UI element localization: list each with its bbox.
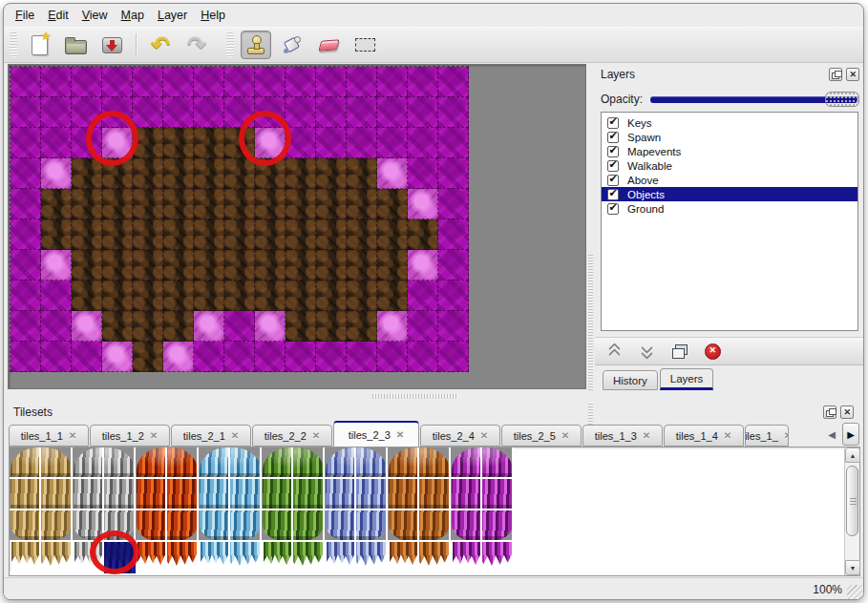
scroll-tabs-left-button[interactable]: ◀: [823, 423, 840, 446]
map-tile[interactable]: [438, 342, 469, 372]
menu-item-file[interactable]: File: [15, 9, 34, 22]
map-tile[interactable]: [102, 219, 133, 250]
tileset-tab[interactable]: tiles_1_2: [90, 425, 170, 447]
map-tile[interactable]: [377, 250, 408, 281]
map-tile[interactable]: [133, 158, 163, 189]
map-tile[interactable]: [438, 311, 469, 342]
tileset-group-rust[interactable]: [388, 447, 451, 573]
map-tile[interactable]: [408, 219, 438, 250]
dock-tab-history[interactable]: History: [603, 370, 658, 390]
map-tile[interactable]: [11, 342, 41, 372]
map-tile[interactable]: [255, 67, 286, 97]
dock-tab-layers[interactable]: Layers: [660, 368, 714, 390]
map-tile[interactable]: [224, 97, 255, 128]
close-tab-icon[interactable]: [312, 430, 320, 441]
map-tile[interactable]: [377, 67, 408, 97]
map-tile[interactable]: [133, 250, 163, 281]
map-tile[interactable]: [102, 97, 133, 128]
map-tile[interactable]: [347, 250, 377, 281]
map-tile[interactable]: [102, 128, 133, 158]
layer-row[interactable]: Objects: [602, 187, 857, 201]
layer-visibility-checkbox[interactable]: [607, 189, 619, 200]
map-tile[interactable]: [255, 97, 286, 128]
map-tile[interactable]: [72, 128, 102, 158]
map-tile[interactable]: [11, 158, 41, 189]
map-tile[interactable]: [41, 250, 72, 281]
map-tile[interactable]: [133, 342, 163, 372]
selected-tile[interactable]: [104, 542, 136, 573]
map-tile[interactable]: [102, 250, 133, 281]
map-viewport[interactable]: [8, 64, 586, 389]
map-tile[interactable]: [224, 158, 255, 189]
map-tile[interactable]: [438, 67, 469, 97]
layer-visibility-checkbox[interactable]: [607, 203, 619, 215]
menu-item-view[interactable]: View: [82, 9, 108, 22]
map-tile[interactable]: [408, 342, 438, 372]
map-tile[interactable]: [255, 342, 286, 372]
map-tile[interactable]: [377, 189, 408, 219]
vertical-splitter[interactable]: [587, 64, 595, 389]
map-tile[interactable]: [408, 189, 438, 219]
map-tile[interactable]: [408, 97, 438, 128]
close-tab-icon[interactable]: [643, 430, 650, 441]
map-tile[interactable]: [194, 158, 224, 189]
map-tile[interactable]: [194, 97, 224, 128]
tileset-tab[interactable]: tiles_1_: [745, 425, 789, 447]
map-tile[interactable]: [438, 189, 469, 219]
layer-row[interactable]: Mapevents: [602, 144, 857, 158]
map-tile[interactable]: [286, 219, 316, 250]
map-tile[interactable]: [194, 250, 224, 281]
map-tile[interactable]: [438, 281, 469, 311]
close-panel-icon[interactable]: [846, 68, 859, 81]
map-tile[interactable]: [347, 158, 377, 189]
layer-visibility-checkbox[interactable]: [607, 117, 619, 129]
map-tile[interactable]: [377, 281, 408, 311]
menu-item-edit[interactable]: Edit: [48, 9, 69, 22]
map-tile[interactable]: [133, 311, 163, 342]
layer-visibility-checkbox[interactable]: [607, 160, 619, 172]
map-tile[interactable]: [408, 281, 438, 311]
map-tile[interactable]: [286, 342, 316, 372]
map-tile[interactable]: [102, 342, 133, 372]
tileset-group-periwinkle[interactable]: [325, 447, 388, 573]
delete-layer-button[interactable]: [702, 341, 723, 362]
map-tile[interactable]: [316, 97, 347, 128]
float-panel-icon[interactable]: [829, 68, 842, 81]
map-tile[interactable]: [41, 67, 72, 97]
map-tile[interactable]: [286, 67, 316, 97]
map-tile[interactable]: [11, 281, 41, 311]
map-tile[interactable]: [255, 250, 286, 281]
map-tile[interactable]: [255, 219, 286, 250]
map-tile[interactable]: [72, 189, 102, 219]
map-tile[interactable]: [194, 189, 224, 219]
scroll-tabs-right-button[interactable]: ▶: [842, 423, 859, 446]
tileset-group-tan[interactable]: [10, 447, 73, 573]
layer-visibility-checkbox[interactable]: [607, 175, 619, 186]
map-tile[interactable]: [163, 219, 194, 250]
map-tile[interactable]: [316, 158, 347, 189]
map-tile[interactable]: [72, 311, 102, 342]
map-tile[interactable]: [347, 311, 377, 342]
save-map-button[interactable]: [96, 31, 127, 59]
map-tile[interactable]: [41, 342, 72, 372]
map-tile[interactable]: [255, 128, 286, 158]
map-tile[interactable]: [286, 281, 316, 311]
map-tile[interactable]: [163, 311, 194, 342]
map-tile[interactable]: [255, 158, 286, 189]
map-tile[interactable]: [408, 158, 438, 189]
map-tile[interactable]: [163, 281, 194, 311]
tileset-group-green[interactable]: [262, 447, 325, 573]
close-tab-icon[interactable]: [231, 430, 239, 441]
new-map-button[interactable]: [24, 31, 54, 59]
map-tile[interactable]: [347, 219, 377, 250]
tileset-scrollbar[interactable]: ▲ ▼: [844, 447, 859, 575]
map-tile[interactable]: [163, 189, 194, 219]
toolbar-grip[interactable]: [226, 32, 234, 57]
map-tile[interactable]: [194, 281, 224, 311]
menu-item-layer[interactable]: Layer: [158, 9, 187, 22]
map-tile[interactable]: [11, 311, 41, 342]
map-tile[interactable]: [286, 158, 316, 189]
close-tab-icon[interactable]: [480, 430, 488, 441]
layer-visibility-checkbox[interactable]: [607, 146, 619, 157]
map-tile[interactable]: [194, 219, 224, 250]
